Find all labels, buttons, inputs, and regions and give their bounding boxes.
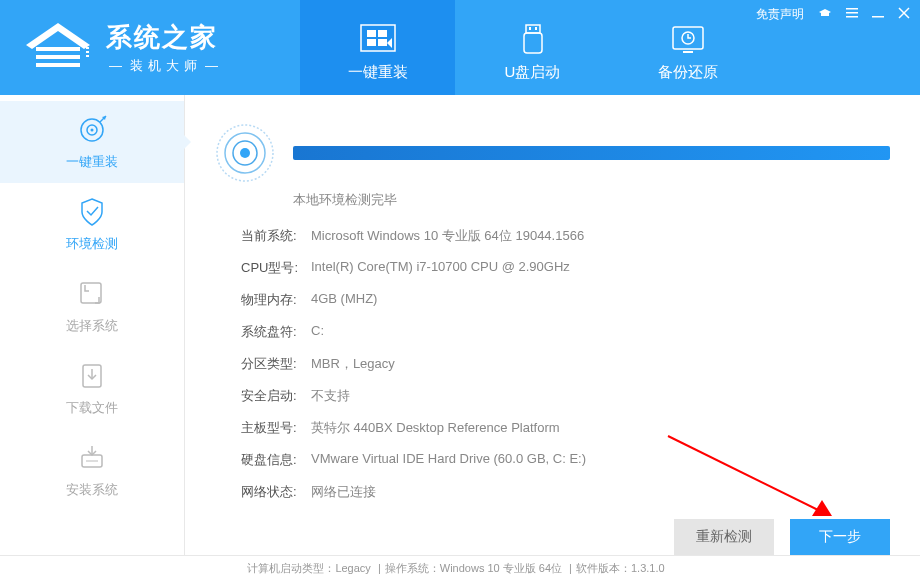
footer-os: 操作系统：Windows 10 专业版 64位 <box>385 561 576 576</box>
disclaimer-link[interactable]: 免责声明 <box>756 6 804 23</box>
svg-rect-1 <box>36 47 80 51</box>
svg-rect-15 <box>529 27 531 30</box>
svg-rect-13 <box>526 25 540 33</box>
info-value: MBR，Legacy <box>311 355 395 373</box>
info-label: 硬盘信息: <box>241 451 311 469</box>
tab-reinstall[interactable]: 一键重装 <box>300 0 455 95</box>
svg-marker-0 <box>26 23 90 49</box>
footer-version: 软件版本：1.3.1.0 <box>576 561 673 576</box>
backup-icon <box>667 23 709 57</box>
sidebar-label: 安装系统 <box>66 481 118 499</box>
footer: 计算机启动类型：Legacy 操作系统：Windows 10 专业版 64位 软… <box>0 555 920 580</box>
svg-rect-4 <box>86 47 89 49</box>
sidebar-label: 选择系统 <box>66 317 118 335</box>
info-row-disk: 硬盘信息:VMware Virtual IDE Hard Drive (60.0… <box>241 451 890 469</box>
sidebar-item-download[interactable]: 下载文件 <box>0 347 184 429</box>
svg-rect-11 <box>378 39 387 46</box>
logo-icon <box>18 17 98 79</box>
svg-marker-12 <box>387 38 392 48</box>
svg-rect-23 <box>846 12 858 14</box>
svg-rect-9 <box>378 30 387 37</box>
tab-label: 备份还原 <box>658 63 718 82</box>
progress-row <box>215 123 890 183</box>
windows-icon <box>357 23 399 57</box>
info-label: 主板型号: <box>241 419 311 437</box>
svg-point-30 <box>91 129 94 132</box>
info-label: 系统盘符: <box>241 323 311 341</box>
info-value: VMware Virtual IDE Hard Drive (60.0 GB, … <box>311 451 586 469</box>
info-row-partition: 分区类型:MBR，Legacy <box>241 355 890 373</box>
info-value: 不支持 <box>311 387 350 405</box>
svg-point-42 <box>240 148 250 158</box>
svg-rect-3 <box>36 63 80 67</box>
shield-check-icon <box>75 195 109 229</box>
info-row-secure-boot: 安全启动:不支持 <box>241 387 890 405</box>
info-label: 分区类型: <box>241 355 311 373</box>
menu-icon[interactable] <box>846 7 858 22</box>
sidebar-item-install[interactable]: 安装系统 <box>0 429 184 511</box>
download-icon <box>75 359 109 393</box>
svg-rect-25 <box>872 16 884 18</box>
select-icon <box>75 277 109 311</box>
recheck-button[interactable]: 重新检测 <box>674 519 774 555</box>
info-row-motherboard: 主板型号:英特尔 440BX Desktop Reference Platfor… <box>241 419 890 437</box>
info-value: 英特尔 440BX Desktop Reference Platform <box>311 419 560 437</box>
system-info: 当前系统:Microsoft Windows 10 专业版 64位 19044.… <box>241 227 890 501</box>
sidebar-item-reinstall[interactable]: 一键重装 <box>0 101 184 183</box>
info-label: CPU型号: <box>241 259 311 277</box>
footer-boot-type: 计算机启动类型：Legacy <box>247 561 384 576</box>
header: 系统之家 装机大师 一键重装 U盘启动 备份还原 免责声明 <box>0 0 920 95</box>
tab-label: 一键重装 <box>348 63 408 82</box>
logo-subtitle: 装机大师 <box>106 57 226 75</box>
info-label: 当前系统: <box>241 227 311 245</box>
content: 本地环境检测完毕 当前系统:Microsoft Windows 10 专业版 6… <box>185 95 920 555</box>
progress-status: 本地环境检测完毕 <box>293 191 890 209</box>
tab-usb-boot[interactable]: U盘启动 <box>455 0 610 95</box>
svg-rect-22 <box>846 8 858 10</box>
action-buttons: 重新检测 下一步 <box>674 519 890 555</box>
sidebar-label: 下载文件 <box>66 399 118 417</box>
window-controls: 免责声明 <box>756 6 910 23</box>
sidebar-item-select-os[interactable]: 选择系统 <box>0 265 184 347</box>
svg-rect-14 <box>524 33 542 53</box>
svg-rect-19 <box>683 51 693 53</box>
svg-rect-8 <box>367 30 376 37</box>
svg-rect-5 <box>86 51 89 53</box>
sidebar: 一键重装 环境检测 选择系统 下载文件 安装系统 <box>0 95 185 555</box>
info-label: 安全启动: <box>241 387 311 405</box>
tab-backup-restore[interactable]: 备份还原 <box>610 0 765 95</box>
tab-label: U盘启动 <box>505 63 561 82</box>
svg-rect-7 <box>361 25 395 51</box>
svg-rect-16 <box>535 27 537 30</box>
minimize-icon[interactable] <box>872 7 884 22</box>
info-row-os: 当前系统:Microsoft Windows 10 专业版 64位 19044.… <box>241 227 890 245</box>
info-label: 物理内存: <box>241 291 311 309</box>
info-label: 网络状态: <box>241 483 311 501</box>
info-value: C: <box>311 323 324 341</box>
svg-rect-21 <box>821 13 829 16</box>
svg-rect-10 <box>367 39 376 46</box>
info-row-cpu: CPU型号:Intel(R) Core(TM) i7-10700 CPU @ 2… <box>241 259 890 277</box>
svg-rect-2 <box>36 55 80 59</box>
logo-area: 系统之家 装机大师 <box>0 0 300 95</box>
info-value: Microsoft Windows 10 专业版 64位 19044.1566 <box>311 227 584 245</box>
target-icon <box>75 113 109 147</box>
info-value: 网络已连接 <box>311 483 376 501</box>
info-row-network: 网络状态:网络已连接 <box>241 483 890 501</box>
sidebar-item-env-check[interactable]: 环境检测 <box>0 183 184 265</box>
install-icon <box>75 441 109 475</box>
hat-icon[interactable] <box>818 7 832 22</box>
close-icon[interactable] <box>898 7 910 22</box>
main: 一键重装 环境检测 选择系统 下载文件 安装系统 <box>0 95 920 555</box>
svg-rect-24 <box>846 16 858 18</box>
next-button[interactable]: 下一步 <box>790 519 890 555</box>
logo-title: 系统之家 <box>106 20 226 55</box>
usb-icon <box>512 23 554 57</box>
info-value: 4GB (MHZ) <box>311 291 377 309</box>
svg-rect-6 <box>86 55 89 57</box>
radar-icon <box>215 123 275 183</box>
info-row-drive: 系统盘符:C: <box>241 323 890 341</box>
info-value: Intel(R) Core(TM) i7-10700 CPU @ 2.90GHz <box>311 259 570 277</box>
info-row-ram: 物理内存:4GB (MHZ) <box>241 291 890 309</box>
sidebar-label: 环境检测 <box>66 235 118 253</box>
